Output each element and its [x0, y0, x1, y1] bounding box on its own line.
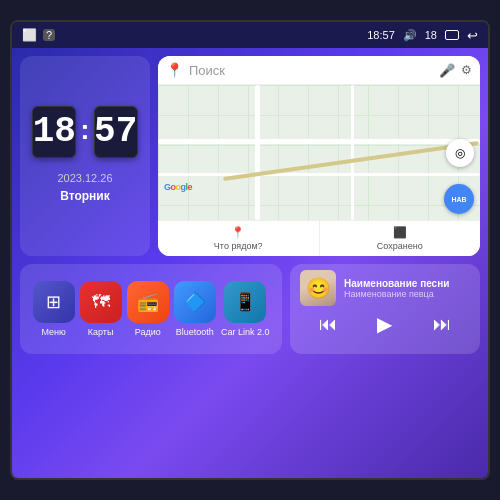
clock-minutes: 57	[94, 106, 138, 158]
map-nearby-button[interactable]: 📍 Что рядом?	[158, 221, 320, 256]
map-tiles	[158, 85, 480, 220]
clock-hours: 18	[32, 106, 76, 158]
location-icon: ◎	[455, 146, 465, 160]
home-icon[interactable]: ⬜	[22, 28, 37, 42]
saved-label: Сохранено	[377, 241, 423, 251]
question-icon[interactable]: ?	[43, 29, 55, 41]
battery-display: 18	[425, 29, 437, 41]
clock-date-text: 2023.12.26	[57, 170, 112, 188]
map-widget[interactable]: 📍 Поиск 🎤 ⚙ Google	[158, 56, 480, 256]
app-icon-radio: 📻	[127, 281, 169, 323]
app-item-menu[interactable]: ⊞ Меню	[33, 281, 75, 337]
app-label-menu: Меню	[41, 327, 65, 337]
app-icon-maps: 🗺	[80, 281, 122, 323]
map-saved-button[interactable]: ⬛ Сохранено	[320, 221, 481, 256]
clock-day-text: Вторник	[57, 187, 112, 206]
main-content: 18 : 57 2023.12.26 Вторник 📍 Поиск 🎤 ⚙	[12, 48, 488, 478]
map-mic-icon[interactable]: 🎤	[439, 63, 455, 78]
app-icon-menu: ⊞	[33, 281, 75, 323]
music-text: Наименование песни Наименование певца	[344, 278, 470, 299]
app-item-maps[interactable]: 🗺 Карты	[80, 281, 122, 337]
map-nav-button[interactable]: НАВ	[444, 184, 474, 214]
back-icon[interactable]: ↩	[467, 28, 478, 43]
map-footer: 📍 Что рядом? ⬛ Сохранено	[158, 220, 480, 256]
clock-date: 2023.12.26 Вторник	[57, 170, 112, 207]
music-play-button[interactable]: ▶	[371, 310, 399, 338]
apps-widget: ⊞ Меню 🗺 Карты 📻 Радио	[20, 264, 282, 354]
music-title: Наименование песни	[344, 278, 470, 289]
map-pin-icon: 📍	[166, 62, 183, 78]
google-logo: Google	[164, 182, 192, 192]
music-artist: Наименование певца	[344, 289, 470, 299]
music-album-art: 😊	[300, 270, 336, 306]
app-icon-carlink: 📱	[224, 281, 266, 323]
saved-icon: ⬛	[393, 226, 407, 239]
map-location-button[interactable]: ◎	[446, 139, 474, 167]
nav-label: НАВ	[451, 196, 466, 203]
map-gear-icon[interactable]: ⚙	[461, 63, 472, 77]
music-prev-button[interactable]: ⏮	[314, 310, 342, 338]
nearby-label: Что рядом?	[214, 241, 263, 251]
app-item-bluetooth[interactable]: 🔷 Bluetooth	[174, 281, 216, 337]
app-icon-bluetooth: 🔷	[174, 281, 216, 323]
status-bar-left: ⬜ ?	[22, 28, 55, 42]
device-frame: ⬜ ? 18:57 🔊 18 ↩ 18 : 57 2023.12.26	[10, 20, 490, 480]
music-info-row: 😊 Наименование песни Наименование певца	[300, 270, 470, 306]
flip-clock: 18 : 57	[32, 106, 137, 158]
music-widget: 😊 Наименование песни Наименование певца …	[290, 264, 480, 354]
volume-icon: 🔊	[403, 29, 417, 42]
time-display: 18:57	[367, 29, 395, 41]
app-label-radio: Радио	[135, 327, 161, 337]
clock-colon: :	[80, 114, 89, 150]
app-item-carlink[interactable]: 📱 Car Link 2.0	[221, 281, 270, 337]
status-bar-right: 18:57 🔊 18 ↩	[367, 28, 478, 43]
music-controls: ⏮ ▶ ⏭	[300, 310, 470, 338]
battery-icon	[445, 30, 459, 40]
top-row: 18 : 57 2023.12.26 Вторник 📍 Поиск 🎤 ⚙	[20, 56, 480, 256]
status-bar: ⬜ ? 18:57 🔊 18 ↩	[12, 22, 488, 48]
app-label-maps: Карты	[88, 327, 114, 337]
bottom-row: ⊞ Меню 🗺 Карты 📻 Радио	[20, 264, 480, 354]
app-label-bluetooth: Bluetooth	[176, 327, 214, 337]
music-next-button[interactable]: ⏭	[428, 310, 456, 338]
nearby-icon: 📍	[231, 226, 245, 239]
map-area[interactable]: Google ◎ НАВ	[158, 85, 480, 220]
app-label-carlink: Car Link 2.0	[221, 327, 270, 337]
map-search-bar[interactable]: 📍 Поиск 🎤 ⚙	[158, 56, 480, 85]
clock-widget: 18 : 57 2023.12.26 Вторник	[20, 56, 150, 256]
map-search-placeholder[interactable]: Поиск	[189, 63, 433, 78]
app-item-radio[interactable]: 📻 Радио	[127, 281, 169, 337]
music-album-face: 😊	[300, 270, 336, 306]
